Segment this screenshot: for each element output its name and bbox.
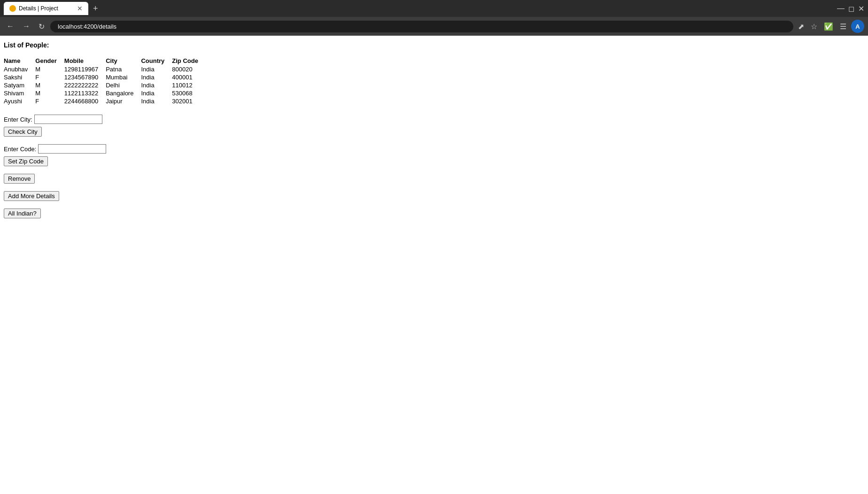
table-cell: M <box>35 89 64 97</box>
table-cell: Mumbai <box>106 73 141 81</box>
tab-close-button[interactable]: ✕ <box>77 5 83 12</box>
enter-city-label: Enter City: <box>4 116 32 123</box>
table-cell: Jaipur <box>106 97 141 105</box>
table-row: ShivamM1122113322BangaloreIndia530068 <box>4 89 206 97</box>
page-title: List of People: <box>4 41 864 49</box>
table-cell: 1122113322 <box>64 89 106 97</box>
check-city-button[interactable]: Check City <box>4 127 42 137</box>
col-header-gender: Gender <box>35 56 64 65</box>
table-cell: India <box>141 97 172 105</box>
reload-button[interactable]: ↻ <box>36 20 47 33</box>
sidebar-toggle-icon[interactable]: ☰ <box>838 20 848 33</box>
table-cell: India <box>141 73 172 81</box>
table-cell: F <box>35 97 64 105</box>
table-header-row: Name Gender Mobile City Country Zip Code <box>4 56 206 65</box>
table-cell: Anubhav <box>4 65 35 73</box>
table-cell: India <box>141 81 172 89</box>
table-cell: 110012 <box>172 81 206 89</box>
table-cell: 800020 <box>172 65 206 73</box>
tab-favicon-icon <box>9 5 16 12</box>
col-header-name: Name <box>4 56 35 65</box>
table-row: AnubhavM1298119967PatnaIndia800020 <box>4 65 206 73</box>
back-button[interactable]: ← <box>4 20 17 32</box>
table-cell: 302001 <box>172 97 206 105</box>
close-window-icon[interactable]: ✕ <box>858 4 864 13</box>
remove-button[interactable]: Remove <box>4 174 35 184</box>
extensions-icon[interactable]: ✅ <box>822 20 835 33</box>
tab-title: Details | Project <box>19 5 58 12</box>
code-section: Enter Code: Set Zip Code <box>4 144 864 166</box>
col-header-zipcode: Zip Code <box>172 56 206 65</box>
col-header-country: Country <box>141 56 172 65</box>
set-zip-button[interactable]: Set Zip Code <box>4 156 48 166</box>
address-bar[interactable] <box>50 21 793 32</box>
table-cell: Shivam <box>4 89 35 97</box>
col-header-city: City <box>106 56 141 65</box>
tab-bar: Details | Project ✕ + — ◻ ✕ <box>0 0 868 17</box>
table-cell: India <box>141 89 172 97</box>
code-input[interactable] <box>38 144 106 154</box>
remove-section: Remove <box>4 174 864 184</box>
city-input[interactable] <box>34 115 102 124</box>
browser-tab[interactable]: Details | Project ✕ <box>4 2 88 15</box>
table-cell: Delhi <box>106 81 141 89</box>
restore-icon[interactable]: ◻ <box>848 4 854 13</box>
people-table: Name Gender Mobile City Country Zip Code… <box>4 56 206 105</box>
table-cell: M <box>35 81 64 89</box>
new-tab-button[interactable]: + <box>90 4 101 14</box>
table-row: AyushiF2244668800JaipurIndia302001 <box>4 97 206 105</box>
table-cell: 2244668800 <box>64 97 106 105</box>
table-cell: India <box>141 65 172 73</box>
all-indian-button[interactable]: All Indian? <box>4 208 41 218</box>
table-cell: M <box>35 65 64 73</box>
table-cell: 400001 <box>172 73 206 81</box>
table-row: SatyamM2222222222DelhiIndia110012 <box>4 81 206 89</box>
add-more-details-button[interactable]: Add More Details <box>4 191 59 201</box>
nav-bar: ← → ↻ ⬈ ☆ ✅ ☰ A <box>0 17 868 36</box>
table-cell: 1234567890 <box>64 73 106 81</box>
table-cell: 530068 <box>172 89 206 97</box>
table-cell: 2222222222 <box>64 81 106 89</box>
all-indian-section: All Indian? <box>4 208 864 218</box>
avatar[interactable]: A <box>851 20 864 33</box>
bookmark-icon[interactable]: ☆ <box>809 20 819 33</box>
forward-button[interactable]: → <box>20 20 33 32</box>
city-form-row: Enter City: <box>4 115 864 124</box>
table-cell: Satyam <box>4 81 35 89</box>
minimize-icon[interactable]: — <box>837 4 845 13</box>
table-cell: F <box>35 73 64 81</box>
table-cell: Ayushi <box>4 97 35 105</box>
code-form-row: Enter Code: <box>4 144 864 154</box>
enter-code-label: Enter Code: <box>4 146 36 153</box>
add-more-section: Add More Details <box>4 191 864 201</box>
table-row: SakshiF1234567890MumbaiIndia400001 <box>4 73 206 81</box>
page-content: List of People: Name Gender Mobile City … <box>0 36 868 494</box>
table-cell: Patna <box>106 65 141 73</box>
share-icon[interactable]: ⬈ <box>796 20 806 33</box>
col-header-mobile: Mobile <box>64 56 106 65</box>
tab-controls: — ◻ ✕ <box>837 4 864 13</box>
table-cell: Bangalore <box>106 89 141 97</box>
table-cell: 1298119967 <box>64 65 106 73</box>
table-cell: Sakshi <box>4 73 35 81</box>
nav-right-icons: ⬈ ☆ ✅ ☰ A <box>796 20 864 33</box>
browser-chrome: Details | Project ✕ + — ◻ ✕ ← → ↻ ⬈ ☆ ✅ … <box>0 0 868 36</box>
city-section: Enter City: Check City <box>4 115 864 137</box>
